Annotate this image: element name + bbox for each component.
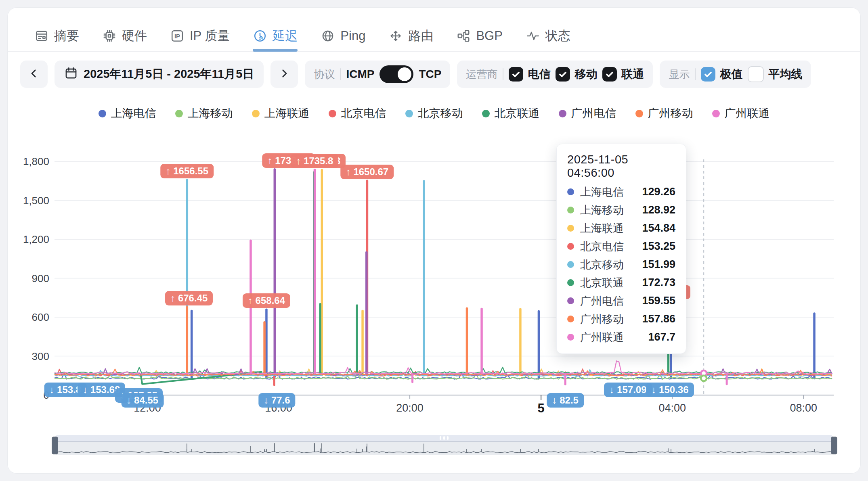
next-date-button[interactable] [270,61,298,88]
max-value-label: ↑ 1650.67 [341,165,394,179]
legend-item-广州联通[interactable]: 广州联通 [712,106,770,121]
date-range-text: 2025年11月5日 - 2025年11月5日 [84,66,254,82]
tab-label: 延迟 [273,27,298,44]
legend-dot [99,110,106,117]
y-axis-tick-label: 1,500 [9,194,49,207]
legend-dot [405,110,413,117]
tooltip-series-value: 159.55 [642,295,675,307]
prev-date-button[interactable] [20,61,48,88]
checkbox-item-联通[interactable]: 联通 [602,67,644,82]
legend-dot [482,110,490,117]
carrier-group: 运营商 电信移动联通 [457,61,653,88]
tooltip-series-dot [567,207,574,213]
legend-item-北京移动[interactable]: 北京移动 [405,106,463,121]
bgp-icon [456,29,471,43]
separator [503,68,503,80]
tab-路由[interactable]: 路由 [388,27,433,44]
tab-硬件[interactable]: 硬件 [102,27,147,44]
legend-item-广州移动[interactable]: 广州移动 [635,106,693,121]
tab-BGP[interactable]: BGP [456,29,502,43]
protocol-toggle[interactable] [379,65,413,83]
checked-checkbox-icon[interactable] [701,67,715,82]
summary-icon [34,29,49,43]
x-axis-tick-label: 20:00 [396,402,424,414]
legend-label: 北京移动 [418,106,463,121]
legend-label: 上海联通 [264,106,310,121]
tooltip-row-上海电信: 上海电信129.26 [567,183,675,201]
legend-label: 上海移动 [188,106,233,121]
checkbox-item-平均线[interactable]: 平均线 [748,66,802,82]
checkbox-item-极值[interactable]: 极值 [701,67,742,82]
checked-checkbox-icon[interactable] [556,67,570,82]
y-axis-tick-label: 1,200 [9,233,49,246]
datazoom-minimap[interactable] [55,435,834,455]
unchecked-checkbox-icon[interactable] [748,66,764,82]
tooltip-series-dot [567,225,574,232]
checked-checkbox-icon[interactable] [602,67,617,82]
tooltip-series-value: 129.26 [642,186,675,198]
tab-延迟[interactable]: 24延迟 [253,27,298,44]
checkbox-item-电信[interactable]: 电信 [509,67,550,82]
checkbox-label: 联通 [621,67,644,82]
separator [340,68,341,80]
chevron-left-icon [28,67,40,81]
tab-IP 质量[interactable]: IPIP 质量 [170,27,230,44]
tab-摘要[interactable]: 摘要 [34,27,79,44]
legend-dot [252,110,260,117]
tooltip-series-value: 153.25 [642,240,675,253]
x-axis-tick-label: 08:00 [790,402,817,414]
legend-item-上海移动[interactable]: 上海移动 [175,106,233,121]
legend-item-北京电信[interactable]: 北京电信 [329,106,386,121]
tooltip-row-广州移动: 广州移动157.86 [567,310,675,328]
max-value-label: ↑ 1735.8 [291,154,338,168]
tab-状态[interactable]: 状态 [526,27,570,44]
tab-label: IP 质量 [190,27,230,44]
chart-legend: 上海电信上海移动上海联通北京电信北京移动北京联通广州电信广州移动广州联通 [0,106,868,121]
protocol-option-icmp[interactable]: ICMP [346,68,374,81]
tooltip-series-value: 167.7 [648,331,675,343]
tooltip-series-dot [567,261,574,268]
tooltip-series-name: 北京电信 [580,239,642,254]
minimap-left-handle[interactable] [52,437,58,454]
checked-checkbox-icon[interactable] [509,67,523,82]
grip-icon [443,436,445,440]
min-value-label: ↓ 82.5 [547,393,584,408]
minimap-sparkline [55,442,834,455]
legend-item-上海联通[interactable]: 上海联通 [252,106,310,121]
y-axis-tick-label: 300 [9,350,49,363]
minimap-right-handle[interactable] [831,437,837,454]
checkbox-label: 电信 [528,67,550,82]
tooltip-row-北京电信: 北京电信153.25 [567,237,675,255]
tooltip-series-value: 172.73 [642,276,675,289]
x-axis-tick-label: 04:00 [658,402,686,414]
protocol-option-tcp[interactable]: TCP [419,68,441,81]
legend-label: 广州移动 [648,106,693,121]
legend-dot [329,110,336,117]
min-value-label: ↓ 157.09 [604,383,652,397]
y-axis-tick-label: 1,800 [9,155,49,168]
legend-item-北京联通[interactable]: 北京联通 [482,106,540,121]
min-value-label: ↓ 150.36 [646,383,694,397]
date-range-button[interactable]: 2025年11月5日 - 2025年11月5日 [55,61,264,88]
protocol-label: 协议 [314,67,335,82]
tooltip-row-上海联通: 上海联通154.84 [567,219,675,237]
tab-label: Ping [340,29,365,43]
y-axis-tick-label: 900 [9,272,49,285]
legend-item-广州电信[interactable]: 广州电信 [559,106,616,121]
protocol-group: 协议 ICMP TCP [305,61,450,88]
grip-icon [447,436,449,440]
tooltip-series-dot [567,316,574,322]
tooltip-series-dot [567,334,574,341]
tooltip-series-dot [567,188,574,195]
min-value-label: ↓ 84.55 [121,393,164,408]
checkbox-item-移动[interactable]: 移动 [556,67,597,82]
max-value-label: ↑ 676.45 [165,291,213,305]
tooltip-series-name: 广州电信 [580,294,642,308]
tab-Ping[interactable]: Ping [321,29,365,43]
x-axis-tick-label: 5 [538,401,545,416]
tooltip-series-name: 上海联通 [580,221,642,236]
checkbox-label: 平均线 [768,67,802,82]
status-icon [526,29,540,43]
legend-item-上海电信[interactable]: 上海电信 [99,106,156,121]
minimap-selected-range[interactable] [55,435,834,442]
